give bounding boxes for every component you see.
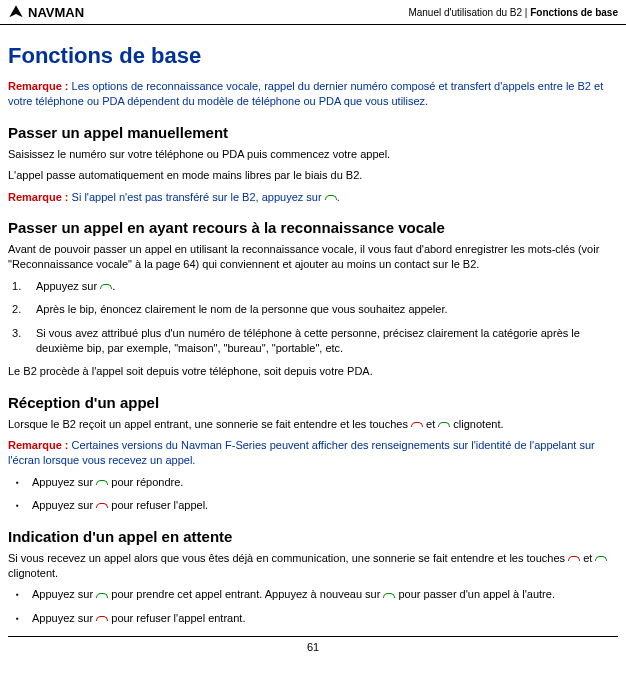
section2-outro: Le B2 procède à l'appel soit depuis votr… [8,364,618,379]
section-title-voice-call: Passer un appel en ayant recours à la re… [8,219,618,236]
logo-icon [8,4,24,20]
text-before: Appuyez sur [32,476,96,488]
list-item: Après le bip, énoncez clairement le nom … [8,302,618,317]
logo: NAVMAN [8,4,84,20]
phone-answer-icon [96,591,108,601]
receive-call-list: Appuyez sur pour répondre. Appuyez sur p… [8,475,618,514]
text-after: pour refuser l'appel. [108,499,208,511]
phone-answer-icon [325,193,337,203]
logo-text: NAVMAN [28,5,84,20]
remarque-text: Certaines versions du Navman F-Series pe… [8,439,595,466]
text-after: pour refuser l'appel entrant. [108,612,245,624]
voice-call-steps: Appuyez sur . Après le bip, énoncez clai… [8,279,618,357]
remarque-3: Remarque : Certaines versions du Navman … [8,438,618,469]
section1-p1: Saisissez le numéro sur votre téléphone … [8,147,618,162]
remarque-text: Les options de reconnaissance vocale, ra… [8,80,603,107]
page-title: Fonctions de base [8,43,618,69]
list-item: Appuyez sur . [8,279,618,294]
remarque-label: Remarque : [8,80,72,92]
section-title-receive-call: Réception d'un appel [8,394,618,411]
header-section-text: Fonctions de base [530,7,618,18]
list-item: Si vous avez attribué plus d'un numéro d… [8,326,618,357]
text-mid: et [423,418,438,430]
section-title-call-waiting: Indication d'un appel en attente [8,528,618,545]
step-text-before: Appuyez sur [36,280,100,292]
text-before: Lorsque le B2 reçoit un appel entrant, u… [8,418,411,430]
list-item: Appuyez sur pour refuser l'appel entrant… [8,611,618,626]
header-manual-text: Manuel d'utilisation du B2 | [408,7,530,18]
text-mid: et [580,552,595,564]
text-before: Si vous recevez un appel alors que vous … [8,552,568,564]
text-after: pour passer d'un appel à l'autre. [395,588,555,600]
content: Fonctions de base Remarque : Les options… [0,25,626,653]
phone-hangup-icon [568,554,580,564]
section2-intro: Avant de pouvoir passer un appel en util… [8,242,618,273]
text-before: Appuyez sur [32,612,96,624]
phone-hangup-icon [96,501,108,511]
text-before: Appuyez sur [32,588,96,600]
page-number: 61 [307,641,319,653]
section-title-manual-call: Passer un appel manuellement [8,124,618,141]
remarque-label: Remarque : [8,439,72,451]
section4-p1: Si vous recevez un appel alors que vous … [8,551,618,582]
remarque-1: Remarque : Les options de reconnaissance… [8,79,618,110]
phone-hangup-icon [411,420,423,430]
phone-answer-icon [438,420,450,430]
remarque-label: Remarque : [8,191,72,203]
list-item: Appuyez sur pour répondre. [8,475,618,490]
remarque-text-before: Si l'appel n'est pas transféré sur le B2… [72,191,325,203]
phone-answer-icon [383,591,395,601]
remarque-text-after: . [337,191,340,203]
list-item: Appuyez sur pour prendre cet appel entra… [8,587,618,602]
text-before: Appuyez sur [32,499,96,511]
header-bar: NAVMAN Manuel d'utilisation du B2 | Fonc… [0,0,626,25]
phone-answer-icon [100,282,112,292]
step-text-after: . [112,280,115,292]
section3-p1: Lorsque le B2 reçoit un appel entrant, u… [8,417,618,432]
text-after: pour répondre. [108,476,183,488]
remarque-2: Remarque : Si l'appel n'est pas transfér… [8,190,618,205]
phone-answer-icon [96,478,108,488]
phone-hangup-icon [96,614,108,624]
text-mid: pour prendre cet appel entrant. Appuyez … [108,588,383,600]
list-item: Appuyez sur pour refuser l'appel. [8,498,618,513]
text-after: clignotent. [8,567,58,579]
phone-answer-icon [595,554,607,564]
footer: 61 [8,636,618,653]
call-waiting-list: Appuyez sur pour prendre cet appel entra… [8,587,618,626]
header-right: Manuel d'utilisation du B2 | Fonctions d… [408,7,618,18]
section1-p2: L'appel passe automatiquement en mode ma… [8,168,618,183]
text-after: clignotent. [450,418,503,430]
